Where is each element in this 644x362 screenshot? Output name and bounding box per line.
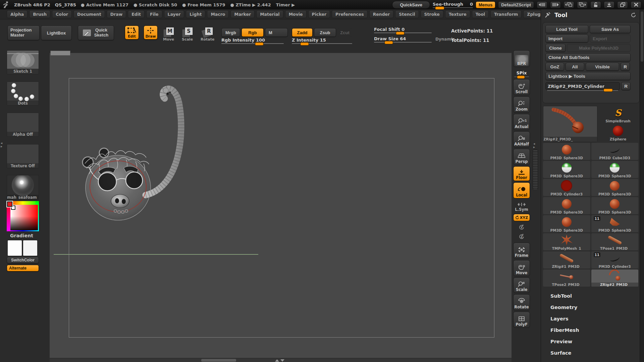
save-as-button[interactable]: Save As [590,25,631,33]
tool-section-header[interactable]: SubTool [541,290,640,302]
move-palettes-left-icon[interactable] [564,1,574,8]
menu-item[interactable]: Macro [207,10,229,18]
tool-thumbnail[interactable]: PM3D_Cube3D3 [591,143,639,160]
menu-item[interactable]: Texture [445,10,470,18]
menu-item[interactable]: Draw [107,10,126,18]
zadd-button[interactable]: Zadd [292,28,313,37]
restore-window-icon[interactable] [617,1,628,8]
menu-item[interactable]: Edit [128,10,145,18]
move-palettes-right-icon[interactable] [577,1,588,8]
menu-item[interactable]: Alpha [7,10,28,18]
tool-thumbnail[interactable]: 11 PM3D_Sphere3D [591,215,639,232]
tool-palette-header[interactable]: Tool [541,9,640,21]
see-through-knob[interactable] [435,6,444,10]
tool-thumbnail[interactable]: TPose1_PM3D_ [591,233,639,250]
persp-button[interactable]: Persp [513,149,530,165]
tool-thumbnail[interactable]: PM3D_Sphere3D [543,215,590,232]
tool-thumbnail[interactable]: PM3D_Sphere3D [591,197,639,214]
draw-size-knob[interactable] [384,41,393,44]
menu-item[interactable]: Stroke [421,10,443,18]
aahalf-button[interactable]: AAHalf [513,131,530,147]
goz-all-button[interactable]: All [566,63,584,71]
gradient-label[interactable]: Gradient [10,233,33,238]
material-swatch[interactable]: mah_seafoam_1 [7,175,39,200]
minimize-icon[interactable] [604,1,614,8]
scale-mode-button[interactable]: S Scale [182,27,193,42]
local-button[interactable]: Local [513,182,530,198]
tool-section-header[interactable]: Preview [541,336,640,347]
z-intensity-slider[interactable]: Z Intensity 15 [292,38,352,44]
z-intensity-knob[interactable] [300,42,309,46]
menus-button[interactable]: Menus [476,1,495,8]
focal-shift-knob[interactable] [396,32,405,35]
tool-thumbnail[interactable]: ZSphere [598,124,638,141]
rgb-intensity-knob[interactable] [255,42,264,46]
actual-button[interactable]: ×1 Actual [513,114,530,130]
canvas-corner-handle[interactable] [50,51,70,56]
hue-selector[interactable] [7,201,12,207]
left-tray-divider-handle[interactable]: ◂▸ [1,141,2,148]
export-button[interactable]: Export [590,35,631,43]
default-zscript-button[interactable]: DefaultZScript [498,1,534,8]
scale-3d-button[interactable]: Scale [513,278,530,293]
quicksave-button[interactable]: QuickSave [392,1,430,9]
tool-thumbnail[interactable]: TPose2_PM3D_ [543,269,590,287]
projection-master-button[interactable]: Projection Master [7,25,40,40]
current-tool-knob[interactable] [603,88,613,92]
menu-item[interactable]: Material [256,10,283,18]
menu-item[interactable]: Color [52,10,72,18]
spix-slider[interactable]: SPix [513,68,530,78]
right-tray-divider-handle[interactable] [533,149,538,190]
focal-shift-slider[interactable]: Focal Shift 0 [374,27,432,33]
canvas-horizontal-scrollbar[interactable] [50,358,512,362]
tray-scrollbar[interactable] [640,9,644,362]
alternate-button[interactable]: Alternate [7,265,39,272]
menu-item[interactable]: Brush [29,10,50,18]
current-tool-r-button[interactable]: R [621,82,631,90]
expand-right-tray-icon[interactable] [550,1,561,8]
lightbox-tools-button[interactable]: Lightbox ▶ Tools [545,72,631,80]
menu-item[interactable]: Picker [308,10,330,18]
lightbox-button[interactable]: LightBox [41,25,72,40]
secondary-color-swatch[interactable] [23,240,38,256]
see-through-slider[interactable]: See-through 0 [433,2,473,8]
lock-icon[interactable] [590,1,601,8]
lsym-button[interactable]: L.Sym [513,200,530,213]
floor-button[interactable]: Floor [513,166,530,181]
move-mode-button[interactable]: M Move [163,27,174,42]
polyf-button[interactable]: PolyF [513,312,530,328]
zcut-button[interactable]: Zcut [337,28,352,37]
scroll-down-arrow-icon[interactable] [280,359,284,362]
rotate-y-icon[interactable]: Y [513,223,530,231]
tool-thumbnail[interactable]: PM3D_Cylinder3 [543,179,590,196]
tool-thumbnail[interactable]: ZRig#1_PM3D_ [543,251,590,268]
close-icon[interactable] [631,1,641,8]
load-tool-button[interactable]: Load Tool [545,25,588,33]
xyz-symmetry-button[interactable]: XYZ [513,214,530,221]
hscroll-thumb[interactable] [201,359,236,362]
document-canvas[interactable] [50,53,512,362]
make-polymesh3d-button[interactable]: Make PolyMesh3D [567,44,631,52]
menu-item[interactable]: Light [186,10,205,18]
reset-tool-icon[interactable] [631,12,637,18]
frame-button[interactable]: Frame [513,243,530,259]
tool-thumbnail[interactable]: PM3D_Sphere3D [543,143,590,160]
scroll-button[interactable]: Scroll [513,79,530,95]
menu-item[interactable]: Document [73,10,105,18]
zoom-button[interactable]: Zoom [513,97,530,113]
import-button[interactable]: Import [545,35,588,43]
menu-item[interactable]: Preferences [332,10,368,18]
tool-section-header[interactable]: Layers [541,313,640,324]
tray-scroll-thumb[interactable] [641,11,643,62]
texture-swatch[interactable]: Texture Off [7,144,39,168]
rgb-button[interactable]: Rgb [241,28,264,37]
draw-size-slider[interactable]: Draw Size 64 [374,36,432,43]
goz-visible-button[interactable]: Visible [586,63,619,71]
active-tool-thumbnail[interactable]: ZRig#2_PM3D_ [543,106,597,142]
tool-thumbnail[interactable]: PM3D_Sphere3D [591,161,639,178]
menu-item[interactable]: Stencil [395,10,419,18]
draw-mode-button[interactable]: Draw [144,25,158,40]
tool-thumbnail[interactable]: PM3D_Sphere3D [543,161,590,178]
bpr-button[interactable]: BPR [513,50,530,67]
color-picker[interactable] [7,201,39,231]
